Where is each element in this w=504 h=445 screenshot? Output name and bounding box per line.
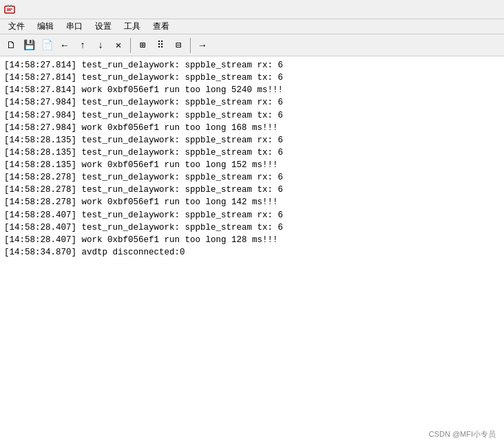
arrow-button[interactable]: →: [194, 37, 211, 54]
svg-rect-4: [10, 5, 12, 7]
new-button[interactable]: 🗋: [3, 37, 19, 54]
log-line: [14:58:28.278] test_run_delaywork: sppbl…: [4, 171, 500, 184]
back-button[interactable]: ←: [56, 37, 73, 54]
hex-button[interactable]: ⊞: [134, 37, 151, 54]
dots-button[interactable]: ⠿: [152, 37, 169, 54]
terminal[interactable]: [14:58:27.814] test_run_delaywork: sppbl…: [0, 56, 504, 445]
menu-item-查看[interactable]: 查看: [147, 19, 175, 34]
bar-button[interactable]: ⊟: [170, 37, 187, 54]
menu-item-编辑[interactable]: 编辑: [32, 19, 59, 34]
log-line: [14:58:28.135] test_run_delaywork: sppbl…: [4, 134, 500, 146]
sep1: [130, 38, 131, 53]
log-line: [14:58:27.814] work 0xbf056ef1 run too l…: [4, 84, 500, 96]
save-button[interactable]: 💾: [21, 37, 37, 54]
log-line: [14:58:28.135] test_run_delaywork: sppbl…: [4, 146, 500, 159]
sep2: [190, 38, 191, 53]
menu-item-工具[interactable]: 工具: [118, 19, 146, 34]
log-line: [14:58:28.278] work 0xbf056ef1 run too l…: [4, 196, 500, 208]
log-line: [14:58:27.814] test_run_delaywork: sppbl…: [4, 59, 500, 72]
down-button[interactable]: ↓: [92, 37, 109, 54]
watermark: CSDN @MFI小专员: [429, 429, 496, 439]
app-icon: [4, 4, 15, 15]
menu-item-文件[interactable]: 文件: [3, 19, 30, 34]
menu-item-设置[interactable]: 设置: [90, 19, 117, 34]
log-line: [14:58:27.984] test_run_delaywork: sppbl…: [4, 109, 500, 122]
log-line: [14:58:27.984] test_run_delaywork: sppbl…: [4, 96, 500, 109]
toolbar: 🗋💾📄←↑↓✕⊞⠿⊟→: [0, 34, 504, 56]
close-button[interactable]: ✕: [110, 37, 127, 54]
menu-item-串口[interactable]: 串口: [61, 19, 88, 34]
svg-rect-3: [8, 5, 9, 7]
log-line: [14:58:28.407] test_run_delaywork: sppbl…: [4, 221, 500, 234]
svg-rect-0: [5, 6, 14, 13]
log-line: [14:58:34.870] avdtp disconnected:0: [4, 246, 500, 259]
up-button[interactable]: ↑: [74, 37, 91, 54]
log-line: [14:58:27.814] test_run_delaywork: sppbl…: [4, 72, 500, 84]
log-line: [14:58:28.407] work 0xbf056ef1 run too l…: [4, 234, 500, 246]
log-line: [14:58:28.135] work 0xbf056ef1 run too l…: [4, 159, 500, 171]
log-line: [14:58:28.407] test_run_delaywork: sppbl…: [4, 209, 500, 221]
menu-bar: 文件编辑串口设置工具查看: [0, 19, 504, 34]
title-bar: [0, 0, 504, 19]
log-line: [14:58:28.278] test_run_delaywork: sppbl…: [4, 184, 500, 196]
log-line: [14:58:27.984] work 0xbf056ef1 run too l…: [4, 122, 500, 134]
open-button[interactable]: 📄: [39, 37, 55, 54]
